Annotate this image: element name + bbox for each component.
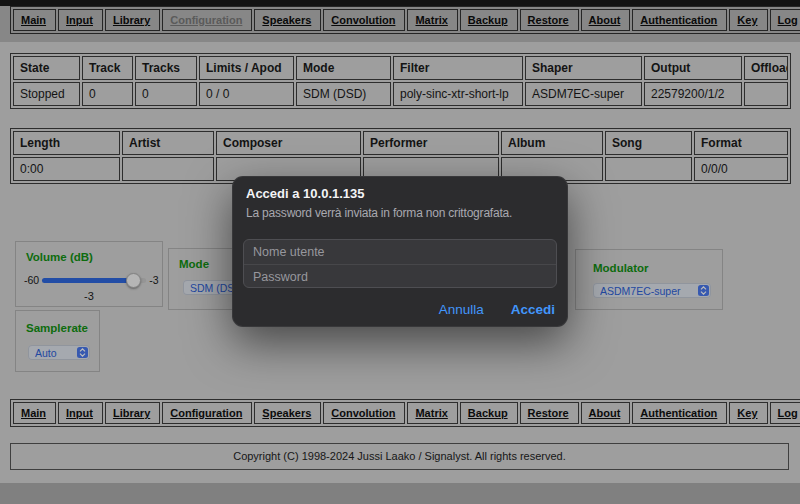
auth-dialog-message: La password verrà inviata in forma non c… [246,206,512,220]
track-col-length: Length [13,131,120,155]
username-input[interactable] [244,240,556,264]
nav-bottom-input[interactable]: Input [58,402,103,424]
track-col-album: Album [501,131,603,155]
nav-bottom-about[interactable]: About [581,402,631,424]
nav-bottom-convolution[interactable]: Convolution [323,402,405,424]
password-input[interactable] [244,264,556,288]
top-navigation: Main Input Library Configuration Speaker… [10,6,800,34]
volume-slider-fill [42,278,132,283]
modulator-label: Modulator [593,262,722,274]
nav-row: Main Input Library Configuration Speaker… [13,402,800,424]
status-state: Stopped [13,82,80,106]
nav-bottom-configuration[interactable]: Configuration [162,402,252,424]
window-top-edge [0,0,800,6]
nav-bottom-authentication[interactable]: Authentication [632,402,727,424]
track-header-row: Length Artist Composer Performer Album S… [13,131,788,155]
samplerate-label: Samplerate [26,322,99,334]
nav-top-restore[interactable]: Restore [520,9,579,31]
status-header-row: State Track Tracks Limits / Apod Mode Fi… [13,56,788,80]
nav-bottom-restore[interactable]: Restore [520,402,579,424]
chevron-updown-icon [698,282,709,300]
track-format: 0/0/0 [694,157,788,181]
status-tracks: 0 [135,82,197,106]
track-col-format: Format [694,131,788,155]
nav-bottom-log[interactable]: Log [770,402,800,424]
nav-bottom-key[interactable]: Key [729,402,767,424]
volume-slider-row: -60 -3 [24,274,162,286]
nav-bottom-main[interactable]: Main [13,402,56,424]
nav-top-matrix[interactable]: Matrix [407,9,457,31]
volume-slider-thumb[interactable] [126,273,141,288]
auth-dialog-buttons: Annulla Accedi [439,302,555,317]
bottom-navigation: Main Input Library Configuration Speaker… [10,399,800,427]
status-col-offload: Offload [744,56,788,80]
status-offload [744,82,788,106]
track-length: 0:00 [13,157,120,181]
browser-page: Main Input Library Configuration Speaker… [0,0,800,504]
modulator-section: Modulator ASDM7EC-super [575,249,723,310]
volume-slider[interactable] [42,278,146,283]
window-bottom-edge [0,483,800,504]
nav-top-configuration: Configuration [162,9,252,31]
samplerate-select-value: Auto [35,347,57,359]
modulator-select-value: ASDM7EC-super [600,285,681,297]
nav-bottom-speakers[interactable]: Speakers [254,402,321,424]
nav-top-input[interactable]: Input [58,9,103,31]
auth-dialog-fields [243,239,557,288]
nav-top-key[interactable]: Key [729,9,767,31]
status-col-output: Output [644,56,742,80]
nav-row: Main Input Library Configuration Speaker… [13,9,800,31]
login-button[interactable]: Accedi [511,302,555,317]
volume-section: Volume (dB) -60 -3 -3 [15,241,163,307]
modulator-select[interactable]: ASDM7EC-super [593,283,711,298]
samplerate-section: Samplerate Auto [15,310,100,372]
auth-dialog: Accedi a 10.0.1.135 La password verrà in… [232,176,568,327]
nav-top-authentication[interactable]: Authentication [632,9,727,31]
status-col-tracks: Tracks [135,56,197,80]
volume-label: Volume (dB) [26,251,162,263]
status-track: 0 [82,82,133,106]
chevron-updown-icon [77,344,88,362]
track-song [605,157,692,181]
status-col-state: State [13,56,80,80]
status-col-shaper: Shaper [525,56,642,80]
nav-top-backup[interactable]: Backup [460,9,518,31]
track-col-song: Song [605,131,692,155]
status-table: State Track Tracks Limits / Apod Mode Fi… [10,53,791,109]
nav-bottom-library[interactable]: Library [105,402,160,424]
volume-value: -3 [16,290,162,302]
status-col-track: Track [82,56,133,80]
cancel-button[interactable]: Annulla [439,302,484,317]
nav-bottom-matrix[interactable]: Matrix [407,402,457,424]
status-limits-apod: 0 / 0 [199,82,294,106]
volume-min-label: -60 [24,274,39,286]
nav-top-about[interactable]: About [581,9,631,31]
nav-top-main[interactable]: Main [13,9,56,31]
track-artist [122,157,214,181]
nav-top-log[interactable]: Log [770,9,800,31]
status-filter: poly-sinc-xtr-short-lp [393,82,523,106]
nav-top-convolution[interactable]: Convolution [323,9,405,31]
nav-bottom-backup[interactable]: Backup [460,402,518,424]
copyright-notice: Copyright (C) 1998-2024 Jussi Laako / Si… [10,443,789,470]
status-col-mode: Mode [296,56,391,80]
samplerate-select[interactable]: Auto [28,345,90,360]
status-output: 22579200/1/2 [644,82,742,106]
status-shaper: ASDM7EC-super [525,82,642,106]
track-col-artist: Artist [122,131,214,155]
nav-top-library[interactable]: Library [105,9,160,31]
status-col-filter: Filter [393,56,523,80]
nav-top-speakers[interactable]: Speakers [254,9,321,31]
status-value-row: Stopped 0 0 0 / 0 SDM (DSD) poly-sinc-xt… [13,82,788,106]
track-col-performer: Performer [363,131,499,155]
status-mode: SDM (DSD) [296,82,391,106]
track-col-composer: Composer [216,131,361,155]
auth-dialog-title: Accedi a 10.0.1.135 [246,186,365,201]
volume-max-label: -3 [149,274,158,286]
status-col-limits-apod: Limits / Apod [199,56,294,80]
